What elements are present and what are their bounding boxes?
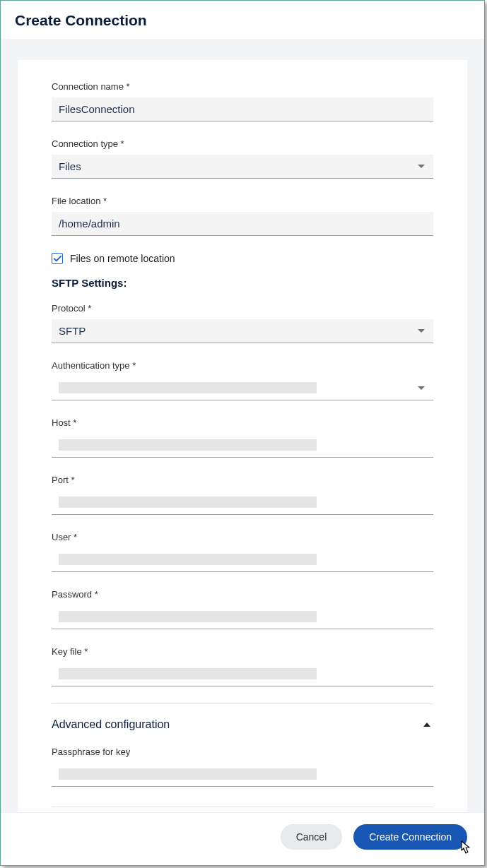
check-icon: [54, 255, 61, 263]
remote-checkbox-row: Files on remote location: [52, 253, 433, 264]
chevron-up-icon: [423, 723, 430, 727]
password-input[interactable]: [59, 611, 426, 623]
passphrase-input-wrap[interactable]: [52, 763, 433, 787]
protocol-select[interactable]: SFTP: [52, 319, 433, 343]
file-location-label: File location *: [52, 196, 433, 206]
connection-name-input[interactable]: [59, 103, 426, 115]
user-input-wrap[interactable]: [52, 548, 433, 572]
connection-name-input-wrap[interactable]: [52, 97, 433, 121]
field-port: Port *: [52, 475, 433, 515]
divider: [52, 807, 433, 807]
cancel-button[interactable]: Cancel: [281, 824, 343, 850]
auth-type-label: Authentication type *: [52, 360, 433, 371]
auth-type-select[interactable]: [52, 376, 433, 400]
file-location-input[interactable]: [59, 218, 426, 230]
remote-checkbox[interactable]: [52, 253, 63, 264]
field-auth-type: Authentication type *: [52, 360, 433, 400]
key-file-input-wrap[interactable]: [52, 662, 433, 686]
field-user: User *: [52, 532, 433, 572]
port-input-wrap[interactable]: [52, 491, 433, 515]
password-label: Password *: [52, 589, 433, 600]
connection-name-label: Connection name *: [52, 81, 433, 92]
passphrase-input[interactable]: [59, 768, 426, 780]
host-input[interactable]: [59, 439, 426, 451]
form-card: Connection name * Connection type * File…: [18, 60, 467, 812]
key-file-label: Key file *: [52, 646, 433, 657]
host-label: Host *: [52, 417, 433, 428]
passphrase-label: Passphrase for key: [52, 747, 433, 757]
dialog-body: Connection name * Connection type * File…: [1, 39, 484, 812]
user-label: User *: [52, 532, 433, 542]
dialog-title: Create Connection: [15, 12, 470, 29]
field-password: Password *: [52, 589, 433, 629]
field-passphrase: Passphrase for key: [52, 747, 433, 787]
password-input-wrap[interactable]: [52, 605, 433, 629]
dialog-footer: Cancel Create Connection: [1, 812, 484, 865]
connection-type-select[interactable]: Files: [52, 155, 433, 179]
field-host: Host *: [52, 417, 433, 458]
create-connection-button[interactable]: Create Connection: [353, 824, 467, 850]
key-file-input[interactable]: [59, 668, 426, 680]
field-connection-type: Connection type * Files: [52, 138, 433, 179]
user-input[interactable]: [59, 554, 426, 566]
chevron-down-icon: [418, 386, 425, 390]
advanced-configuration-title: Advanced configuration: [52, 718, 170, 731]
host-input-wrap[interactable]: [52, 434, 433, 458]
protocol-label: Protocol *: [52, 303, 433, 314]
protocol-value: SFTP: [59, 325, 418, 337]
file-location-input-wrap[interactable]: [52, 212, 433, 236]
remote-checkbox-label: Files on remote location: [70, 253, 175, 264]
chevron-down-icon: [418, 329, 425, 333]
connection-type-value: Files: [59, 160, 418, 172]
port-input[interactable]: [59, 497, 426, 509]
field-key-file: Key file *: [52, 646, 433, 686]
advanced-configuration-toggle[interactable]: Advanced configuration: [52, 713, 433, 737]
field-protocol: Protocol * SFTP: [52, 303, 433, 343]
divider: [52, 703, 433, 704]
chevron-down-icon: [418, 165, 425, 168]
connection-type-label: Connection type *: [52, 138, 433, 149]
port-label: Port *: [52, 475, 433, 485]
create-connection-dialog: Create Connection Connection name * Conn…: [0, 0, 485, 866]
dialog-header: Create Connection: [1, 1, 484, 39]
field-connection-name: Connection name *: [52, 81, 433, 121]
field-file-location: File location *: [52, 196, 433, 236]
sftp-settings-heading: SFTP Settings:: [52, 277, 433, 289]
